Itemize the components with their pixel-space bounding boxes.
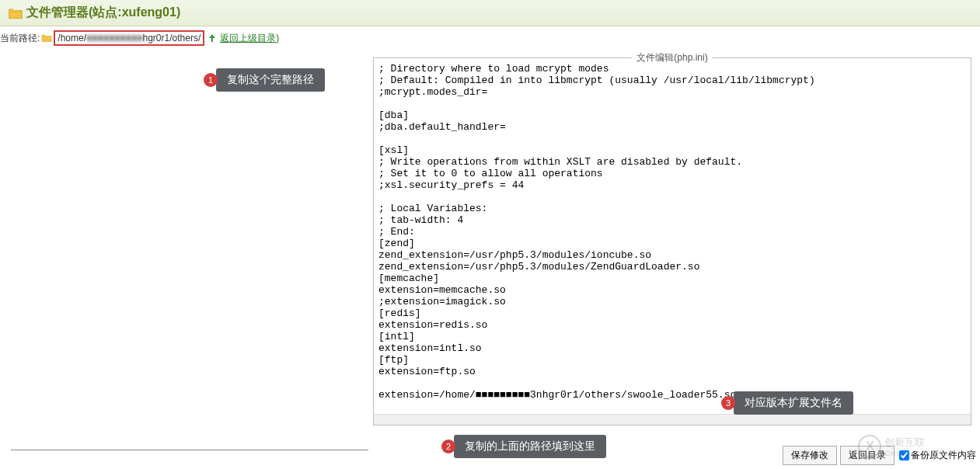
callout-badge-3: 3 <box>721 396 735 410</box>
path-suffix: hgr0r1/others/ <box>143 33 201 43</box>
path-prefix: /home/ <box>58 33 86 43</box>
folder-icon <box>41 33 52 43</box>
horizontal-scrollbar[interactable] <box>374 414 971 425</box>
callout-1: 1 复制这个完整路径 <box>216 68 325 92</box>
header-bar: 文件管理器(站点:xufeng01) <box>0 0 980 26</box>
editor-container: 文件编辑(php.ini) <box>373 57 971 426</box>
current-path[interactable]: /home/■■■■■■■■■■hgr0r1/others/ <box>54 30 204 46</box>
up-arrow-icon <box>206 33 218 43</box>
callout-badge-2: 2 <box>441 439 455 453</box>
watermark: X 创新互联 CHUANG XIN HU LIAN <box>858 435 972 458</box>
callout-2: 2 复制的上面的路径填到这里 <box>454 435 606 458</box>
path-bar: 当前路径: /home/■■■■■■■■■■hgr0r1/others/ 返回上… <box>0 26 980 50</box>
page-title: 文件管理器(站点:xufeng01) <box>26 5 180 21</box>
watermark-brand: 创新互联 <box>884 436 972 450</box>
callout-text-3: 对应版本扩展文件名 <box>745 396 842 410</box>
editor-fieldset: 文件编辑(php.ini) <box>373 57 971 426</box>
editor-legend: 文件编辑(php.ini) <box>632 51 712 64</box>
callout-text-1: 复制这个完整路径 <box>227 73 314 87</box>
folder-icon <box>8 6 23 20</box>
save-button[interactable]: 保存修改 <box>783 446 837 465</box>
callout-3: 3 对应版本扩展文件名 <box>734 391 853 415</box>
callout-text-2: 复制的上面的路径填到这里 <box>465 439 595 453</box>
watermark-logo-icon: X <box>858 435 881 458</box>
close-paren: ) <box>276 33 279 43</box>
code-editor[interactable] <box>374 58 966 412</box>
up-directory-link[interactable]: 返回上级目录 <box>220 32 276 45</box>
callout-badge-1: 1 <box>204 73 218 87</box>
path-redacted: ■■■■■■■■■■ <box>86 33 142 43</box>
watermark-sub: CHUANG XIN HU LIAN <box>884 450 972 457</box>
path-label: 当前路径: <box>0 32 40 45</box>
